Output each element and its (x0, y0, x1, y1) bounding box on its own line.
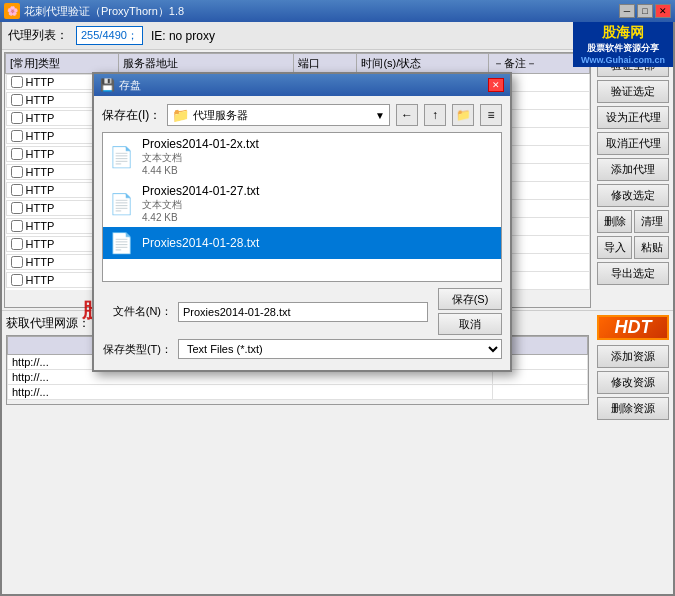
folder-name: 代理服务器 (193, 108, 248, 123)
dialog-cancel-button[interactable]: 取消 (438, 313, 502, 335)
delete-button[interactable]: 删除 (597, 210, 632, 233)
list-item[interactable]: 📄 Proxies2014-01-2x.txt 文本文档 4.44 KB (103, 133, 501, 180)
col-port: 端口 (293, 54, 357, 74)
file-type: 文本文档 (142, 198, 259, 212)
file-info: Proxies2014-01-2x.txt 文本文档 4.44 KB (142, 137, 259, 176)
clear-button[interactable]: 清理 (634, 210, 669, 233)
title-bar: 🌸 花刺代理验证（ProxyThorn）1.8 ─ □ ✕ (0, 0, 675, 22)
row-checkbox[interactable] (11, 274, 23, 286)
delete-source-button[interactable]: 删除资源 (597, 397, 669, 420)
row-checkbox[interactable] (11, 220, 23, 232)
col-server: 服务器地址 (118, 54, 293, 74)
dropdown-arrow-icon: ▼ (375, 110, 385, 121)
file-info: Proxies2014-01-27.txt 文本文档 4.42 KB (142, 184, 259, 223)
filetype-row: 保存类型(T)： Text Files (*.txt) (102, 339, 502, 359)
row-checkbox[interactable] (11, 112, 23, 124)
minimize-button[interactable]: ─ (619, 4, 635, 18)
back-button[interactable]: ← (396, 104, 418, 126)
filename-row: 文件名(N)： 保存(S) 取消 (102, 288, 502, 335)
view-button[interactable]: ≡ (480, 104, 502, 126)
verify-selected-button[interactable]: 验证选定 (597, 80, 669, 103)
dialog-title-text: 存盘 (119, 78, 488, 93)
row-checkbox[interactable] (11, 238, 23, 250)
list-item[interactable]: 📄 Proxies2014-01-27.txt 文本文档 4.42 KB (103, 180, 501, 227)
app-icon: 🌸 (4, 3, 20, 19)
row-checkbox[interactable] (11, 148, 23, 160)
file-icon: 📄 (109, 231, 134, 255)
top-brand: 股海网 股票软件资源分享 Www.Guhai.com.cn (573, 22, 673, 67)
up-button[interactable]: ↑ (424, 104, 446, 126)
set-proxy-button[interactable]: 设为正代理 (597, 106, 669, 129)
brand-name: 股海网 (602, 24, 644, 42)
dialog-close-button[interactable]: ✕ (488, 78, 504, 92)
row-checkbox[interactable] (11, 166, 23, 178)
hdt-text: HDT (615, 317, 652, 338)
row-checkbox[interactable] (11, 76, 23, 88)
dialog-action-buttons: 保存(S) 取消 (438, 288, 502, 335)
table-row[interactable]: http://... (8, 385, 588, 400)
file-type: 文本文档 (142, 151, 259, 165)
col-type: [常用]类型 (6, 54, 119, 74)
row-checkbox[interactable] (11, 94, 23, 106)
dialog-icon: 💾 (100, 78, 115, 92)
right-sidebar: 验证全部 验证选定 设为正代理 取消正代理 添加代理 修改选定 删除 清理 导入… (593, 50, 673, 310)
brand-tagline: 股票软件资源分享 (587, 42, 659, 55)
add-proxy-button[interactable]: 添加代理 (597, 158, 669, 181)
edit-source-button[interactable]: 修改资源 (597, 371, 669, 394)
brand-url: Www.Guhai.com.cn (581, 55, 665, 65)
save-in-label: 保存在(I)： (102, 107, 161, 124)
new-folder-button[interactable]: 📁 (452, 104, 474, 126)
import-button[interactable]: 导入 (597, 236, 632, 259)
maximize-button[interactable]: □ (637, 4, 653, 18)
paste-button[interactable]: 粘贴 (634, 236, 669, 259)
dialog-title-bar: 💾 存盘 ✕ (94, 74, 510, 96)
file-name: Proxies2014-01-28.txt (142, 236, 259, 250)
list-item-selected[interactable]: 📄 Proxies2014-01-28.txt (103, 227, 501, 259)
table-header-row: [常用]类型 服务器地址 端口 时间(s)/状态 －备注－ (6, 54, 590, 74)
file-icon: 📄 (109, 145, 134, 169)
row-checkbox[interactable] (11, 202, 23, 214)
file-name: Proxies2014-01-2x.txt (142, 137, 259, 151)
proxy-count: 255/4490； (76, 26, 143, 45)
filetype-label: 保存类型(T)： (102, 342, 172, 357)
file-info: Proxies2014-01-28.txt (142, 236, 259, 250)
save-in-combo[interactable]: 📁 代理服务器 ▼ (167, 104, 390, 126)
file-size: 4.44 KB (142, 165, 259, 176)
file-icon: 📄 (109, 192, 134, 216)
filename-input[interactable] (178, 302, 428, 322)
file-size: 4.42 KB (142, 212, 259, 223)
col-status: 时间(s)/状态 (357, 54, 488, 74)
resources-right: HDT 添加资源 修改资源 删除资源 (593, 311, 673, 410)
row-checkbox[interactable] (11, 256, 23, 268)
file-list: 📄 Proxies2014-01-2x.txt 文本文档 4.44 KB 📄 P… (102, 132, 502, 282)
save-dialog: 💾 存盘 ✕ 保存在(I)： 📁 代理服务器 ▼ ← ↑ 📁 ≡ (92, 72, 512, 372)
folder-icon: 📁 (172, 107, 189, 123)
proxy-list-label: 代理列表： (8, 27, 68, 44)
hdt-logo: HDT (597, 315, 669, 340)
edit-selected-button[interactable]: 修改选定 (597, 184, 669, 207)
main-window: 股海网 股票软件资源分享 Www.Guhai.com.cn 代理列表： 255/… (0, 22, 675, 596)
filename-label: 文件名(N)： (102, 304, 172, 319)
dialog-body: 保存在(I)： 📁 代理服务器 ▼ ← ↑ 📁 ≡ 📄 Proxies2014-… (94, 96, 510, 371)
proxy-ie: IE: no proxy (151, 29, 215, 43)
dialog-save-button[interactable]: 保存(S) (438, 288, 502, 310)
row-checkbox[interactable] (11, 184, 23, 196)
app-title: 花刺代理验证（ProxyThorn）1.8 (24, 4, 619, 19)
close-button[interactable]: ✕ (655, 4, 671, 18)
add-source-button[interactable]: 添加资源 (597, 345, 669, 368)
file-name: Proxies2014-01-27.txt (142, 184, 259, 198)
filetype-select[interactable]: Text Files (*.txt) (178, 339, 502, 359)
cancel-proxy-button[interactable]: 取消正代理 (597, 132, 669, 155)
title-bar-buttons: ─ □ ✕ (619, 4, 671, 18)
export-selected-button[interactable]: 导出选定 (597, 262, 669, 285)
row-checkbox[interactable] (11, 130, 23, 142)
save-in-row: 保存在(I)： 📁 代理服务器 ▼ ← ↑ 📁 ≡ (102, 104, 502, 126)
